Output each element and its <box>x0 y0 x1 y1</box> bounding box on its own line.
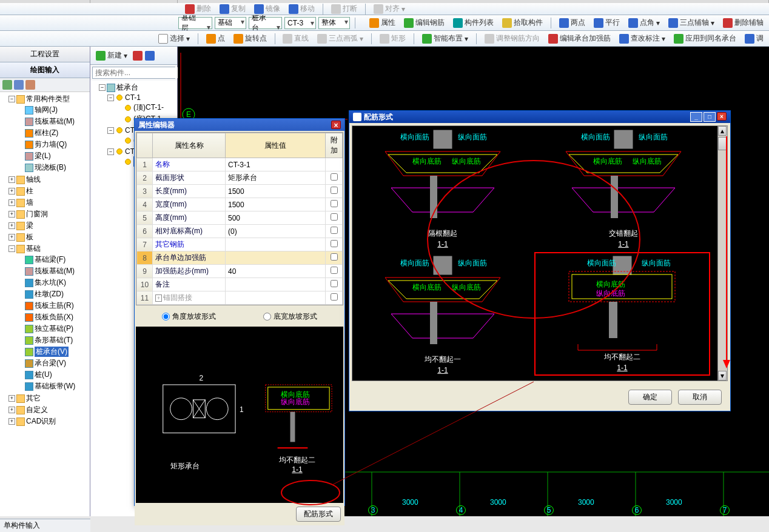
tree-node-ct1[interactable]: CT-1 <box>125 93 141 102</box>
scroll-up-arrow[interactable]: ▴ <box>718 126 727 136</box>
component-combo[interactable]: CT-3 <box>284 17 316 29</box>
scroll-thumb[interactable] <box>718 137 727 150</box>
expander-icon[interactable]: + <box>8 222 15 229</box>
tree-node-beam-cat[interactable]: 梁 <box>26 221 33 231</box>
property-row[interactable]: 4宽度(mm)1500 <box>137 198 343 211</box>
property-row[interactable]: 9加强筋起步(mm)40 <box>137 265 343 278</box>
edit-cap-reinforce-button[interactable]: 编辑承台加强筋 <box>545 32 614 45</box>
pattern-option-d[interactable]: 横向面筋纵向面筋 横向底筋 纵向底筋 均不翻起二 1-1 <box>534 252 710 376</box>
property-row[interactable]: 2截面形状矩形承台 <box>137 171 343 185</box>
radio-angle-input[interactable] <box>162 313 170 321</box>
prop-append[interactable] <box>326 251 343 265</box>
point-angle-button[interactable]: 点角▾ <box>625 16 663 30</box>
col-header-append[interactable]: 附加 <box>326 133 343 158</box>
parallel-button[interactable]: 平行 <box>591 16 623 30</box>
tree-node-capbeam[interactable]: 承台梁(V) <box>35 358 66 368</box>
expander-icon[interactable]: + <box>8 395 15 402</box>
expander-icon[interactable]: + <box>8 418 15 425</box>
point-button[interactable]: 点 <box>203 32 228 45</box>
prop-value[interactable] <box>226 278 326 291</box>
edit-rebar-button[interactable]: 编辑钢筋 <box>401 16 448 30</box>
maximize-button[interactable]: □ <box>704 112 716 122</box>
cancel-button[interactable]: 取消 <box>678 390 722 405</box>
property-row[interactable]: 1名称CT-3-1 <box>137 158 343 171</box>
mini-icon-1[interactable] <box>2 80 12 90</box>
prop-append[interactable] <box>326 158 343 171</box>
tree-node-sump[interactable]: 集水坑(K) <box>35 278 66 288</box>
tree-node-custom[interactable]: 自定义 <box>26 405 48 415</box>
rebar-pattern-button[interactable]: 配筋形式 <box>296 507 341 522</box>
tree-node-slab-cat[interactable]: 板 <box>26 232 33 242</box>
close-icon[interactable]: × <box>331 121 341 129</box>
adjust-rebar-dir-button[interactable]: 调整钢筋方向 <box>482 32 543 45</box>
mini-icon-3[interactable] <box>25 80 35 90</box>
tree-node-beam[interactable]: 梁(L) <box>35 151 51 161</box>
property-row[interactable]: 6相对底标高(m)(0) <box>137 225 343 238</box>
expander-icon[interactable]: − <box>107 95 114 101</box>
delete-aux-button[interactable]: 删除辅轴 <box>720 16 767 30</box>
minimize-button[interactable]: _ <box>690 112 702 122</box>
apply-same-cap-button[interactable]: 应用到同名承台 <box>671 32 739 45</box>
component-list-button[interactable]: 构件列表 <box>450 16 497 30</box>
copy-component-icon[interactable] <box>145 51 155 61</box>
prop-append[interactable] <box>326 211 343 225</box>
radio-width-slope[interactable]: 底宽放坡形式 <box>263 311 317 322</box>
property-dialog-titlebar[interactable]: 属性编辑器 × <box>135 119 344 131</box>
expander-icon[interactable]: − <box>99 84 106 91</box>
tab-engineering-settings[interactable]: 工程设置 <box>0 47 90 62</box>
property-grid[interactable]: 属性名称 属性值 附加 1名称CT-3-12截面形状矩形承台3长度(mm)150… <box>136 132 343 305</box>
prop-append[interactable] <box>326 291 343 305</box>
radio-width-input[interactable] <box>263 313 271 321</box>
expander-icon[interactable]: − <box>8 96 15 102</box>
category-tree[interactable]: −常用构件类型 轴网(J) 筏板基础(M) 框柱(Z) 剪力墙(Q) 梁(L) … <box>0 92 90 516</box>
tree-node-shearwall[interactable]: 剪力墙(Q) <box>35 139 67 150</box>
tree-node-cad[interactable]: CAD识别 <box>26 416 56 427</box>
prop-value[interactable]: 矩形承台 <box>226 171 326 185</box>
property-row[interactable]: 3长度(mm)1500 <box>137 185 343 198</box>
prop-append[interactable] <box>326 278 343 291</box>
prop-value[interactable] <box>226 238 326 251</box>
tree-node-column[interactable]: 柱 <box>26 186 33 196</box>
layer-combo[interactable]: 基础层 <box>178 17 212 29</box>
property-row[interactable]: 11+锚固搭接 <box>137 291 343 305</box>
type-combo[interactable]: 桩承台 <box>249 17 282 29</box>
search-input[interactable] <box>93 67 189 78</box>
expander-icon[interactable]: + <box>8 407 15 413</box>
category-combo[interactable]: 基础 <box>215 17 246 29</box>
pattern-body[interactable]: 横向面筋纵向面筋 横向底筋纵向底筋 隔根翻起 1-1 横向面筋纵向面筋 <box>352 125 728 381</box>
tree-node-raftmain[interactable]: 筏板主筋(R) <box>35 301 74 311</box>
prop-value[interactable]: 1500 <box>226 185 326 198</box>
tree-node-opening[interactable]: 门窗洞 <box>26 209 48 219</box>
pattern-dialog-titlebar[interactable]: 配筋形式 _ □ × <box>349 111 730 123</box>
adjust-button-trunc[interactable]: 调 <box>742 32 767 45</box>
close-button[interactable]: × <box>717 112 727 121</box>
pattern-option-a[interactable]: 横向面筋纵向面筋 横向底筋纵向底筋 隔根翻起 1-1 <box>355 127 531 251</box>
property-row[interactable]: 10备注 <box>137 278 343 291</box>
pattern-option-b[interactable]: 横向面筋纵向面筋 横向底筋纵向底筋 交错翻起 1-1 <box>536 127 711 251</box>
tree-node-raftneg[interactable]: 筏板负筋(X) <box>35 312 73 322</box>
rotate-point-button[interactable]: 旋转点 <box>230 32 270 45</box>
new-component-button[interactable]: 新建▾ <box>93 48 130 62</box>
copy-button[interactable]: 复制 <box>217 3 249 15</box>
mirror-button[interactable]: 镜像 <box>251 3 283 15</box>
tree-node-raft[interactable]: 筏板基础(M) <box>35 116 75 127</box>
tree-node-foundation[interactable]: 基础 <box>26 244 41 254</box>
expander-icon[interactable]: + <box>8 199 15 206</box>
arc-button[interactable]: 三点画弧▾ <box>314 32 366 45</box>
prop-append[interactable] <box>326 238 343 251</box>
mini-icon-2[interactable] <box>14 80 24 90</box>
expander-icon[interactable]: − <box>107 148 114 155</box>
tree-node-strip[interactable]: 条形基础(T) <box>35 335 73 345</box>
tree-node-indep[interactable]: 独立基础(P) <box>35 324 73 334</box>
component-search[interactable]: 🔍 <box>92 67 175 79</box>
select-button[interactable]: 选择▾ <box>155 32 193 45</box>
scroll-down-arrow[interactable]: ▾ <box>718 371 727 381</box>
tree-node-axis[interactable]: 轴线 <box>26 175 41 185</box>
properties-button[interactable]: 属性 <box>366 16 398 30</box>
expander-icon[interactable]: + <box>8 188 15 195</box>
delete-button[interactable]: 删除 <box>182 3 214 15</box>
display-combo[interactable]: 整体 <box>318 17 350 29</box>
expander-icon[interactable]: + <box>8 234 15 241</box>
tree-node-pile[interactable]: 桩(U) <box>35 370 52 380</box>
prop-value[interactable]: 500 <box>226 211 326 225</box>
